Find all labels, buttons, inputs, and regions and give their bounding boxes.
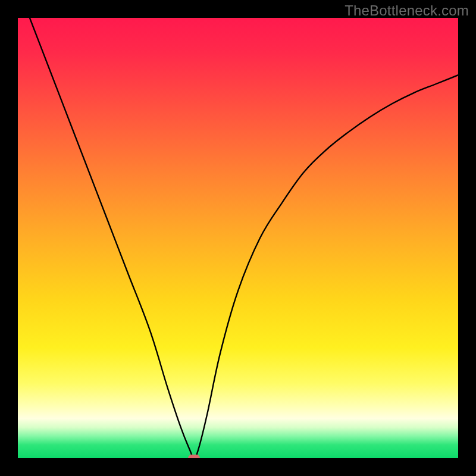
chart-frame: TheBottleneck.com	[0, 0, 476, 476]
watermark-text: TheBottleneck.com	[345, 2, 469, 19]
curve-svg	[18, 18, 458, 458]
minimum-marker	[188, 455, 200, 458]
plot-area	[18, 18, 458, 458]
bottleneck-curve	[18, 18, 458, 458]
